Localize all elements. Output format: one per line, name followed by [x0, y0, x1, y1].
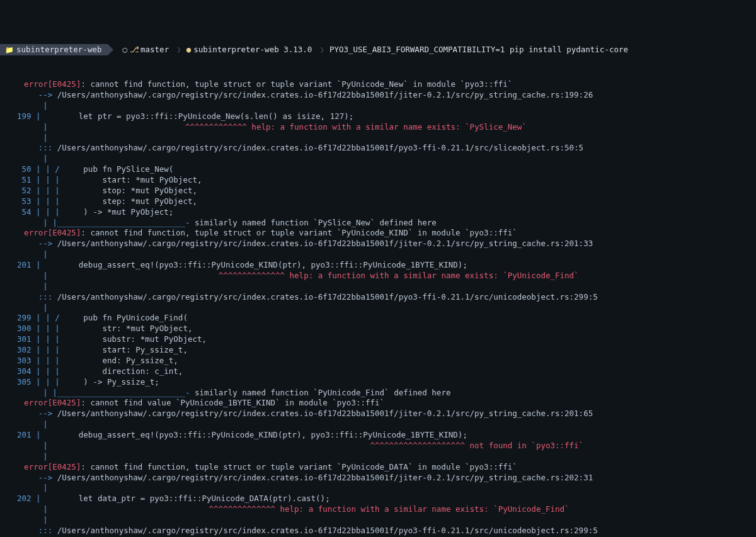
line-number: 51 — [10, 175, 32, 186]
output-line: error[E0425]: cannot find function, tupl… — [5, 462, 756, 473]
prompt-python-segment: ●subinterpreter-web 3.13.0 — [183, 44, 319, 56]
output-line: | — [5, 101, 756, 111]
caret-help: ^^^^^^^^^^^^^ help: a function with a si… — [48, 122, 527, 132]
line-number: 301 — [10, 334, 32, 345]
line-number: 52 — [10, 186, 32, 196]
output-line: 299 | | / pub fn PyUnicode_Find( — [5, 313, 756, 324]
prompt-dir-segment: subinterpreter-web — [0, 44, 108, 56]
error-code: error[E0425] — [24, 79, 81, 89]
error-message: : cannot find function, tuple struct or … — [81, 228, 517, 237]
output-line: 201 | debug_assert_eq!(pyo3::ffi::PyUnic… — [5, 430, 756, 441]
output-line: | — [5, 515, 756, 526]
note-source: /Users/anthonyshaw/.cargo/registry/src/i… — [57, 526, 598, 535]
error-message: : cannot find value `PyUnicode_1BYTE_KIN… — [81, 398, 384, 407]
terminal-output[interactable]: error[E0425]: cannot find function, tupl… — [0, 79, 756, 537]
caret-help: ^^^^^^^^^^^^^^^^^^^^ not found in `pyo3:… — [48, 441, 583, 450]
output-line: | — [5, 249, 756, 260]
output-line: 305 | | | ) -> Py_ssize_t; — [5, 377, 756, 388]
output-line: | — [5, 483, 756, 494]
note-marker: ::: — [38, 526, 57, 535]
output-line: | — [5, 154, 756, 164]
code-def: stop: *mut PyObject, — [60, 186, 197, 195]
output-line: --> /Users/anthonyshaw/.cargo/registry/s… — [5, 409, 756, 419]
error-source: /Users/anthonyshaw/.cargo/registry/src/i… — [57, 473, 593, 482]
shell-prompt[interactable]: subinterpreter-web ◯⎇master❯ ●subinterpr… — [0, 43, 756, 59]
prompt-venv: subinterpreter-web 3.13.0 — [193, 45, 312, 55]
code-def: step: *mut PyObject, — [60, 196, 197, 206]
line-number: 303 — [10, 356, 32, 366]
output-line: | ^^^^^^^^^^^^^^ help: a function with a… — [5, 271, 756, 281]
line-number: 53 — [10, 196, 32, 207]
code-def: substr: *mut PyObject, — [60, 334, 207, 344]
output-line: 199 | let ptr = pyo3::ffi::PyUnicode_New… — [5, 111, 756, 122]
output-line: | ^^^^^^^^^^^^^^ help: a function with a… — [5, 504, 756, 515]
note-source: /Users/anthonyshaw/.cargo/registry/src/i… — [57, 143, 583, 152]
output-line: --> /Users/anthonyshaw/.cargo/registry/s… — [5, 239, 756, 249]
output-line: error[E0425]: cannot find function, tupl… — [5, 228, 756, 239]
prompt-dir: subinterpreter-web — [16, 45, 101, 55]
arrow-icon: --> — [38, 90, 57, 99]
line-number: 305 — [10, 377, 32, 388]
output-line: ::: /Users/anthonyshaw/.cargo/registry/s… — [5, 143, 756, 154]
error-code: error[E0425] — [24, 398, 81, 407]
branch-icon: ⎇ — [130, 45, 139, 55]
caret-help: ^^^^^^^^^^^^^^ help: a function with a s… — [48, 271, 579, 280]
error-source: /Users/anthonyshaw/.cargo/registry/src/i… — [57, 90, 593, 99]
output-line: 201 | debug_assert_eq!(pyo3::ffi::PyUnic… — [5, 260, 756, 271]
underline-icon: |___________________________- — [52, 218, 195, 227]
def-note: similarly named function `PySlice_New` d… — [195, 218, 437, 227]
error-message: : cannot find function, tuple struct or … — [81, 462, 517, 472]
line-number: 201 — [10, 260, 32, 271]
python-icon: ● — [186, 45, 192, 55]
output-line: 51 | | | start: *mut PyObject, — [5, 175, 756, 186]
caret-help: ^^^^^^^^^^^^^^ help: a function with a s… — [48, 504, 570, 514]
error-code: error[E0425] — [24, 462, 81, 472]
code-def: pub fn PySlice_New( — [60, 164, 174, 174]
line-number: 302 — [10, 345, 32, 356]
line-number: 54 — [10, 207, 32, 218]
line-number: 201 — [10, 430, 32, 441]
error-source: /Users/anthonyshaw/.cargo/registry/src/i… — [57, 239, 593, 248]
code-def: direction: c_int, — [60, 366, 183, 376]
code-def: ) -> Py_ssize_t; — [60, 377, 159, 387]
chevron-icon — [108, 44, 113, 55]
output-line: 303 | | | end: Py_ssize_t, — [5, 356, 756, 366]
code-snippet: debug_assert_eq!(pyo3::ffi::PyUnicode_KI… — [41, 260, 467, 269]
code-def: pub fn PyUnicode_Find( — [60, 313, 188, 322]
arrow-icon: --> — [38, 473, 57, 482]
prompt-command: PYO3_USE_ABI3_FORWARD_COMPATIBILITY=1 pi… — [326, 44, 634, 56]
underline-icon: |___________________________- — [52, 388, 195, 397]
note-source: /Users/anthonyshaw/.cargo/registry/src/i… — [57, 292, 598, 302]
output-line: 53 | | | step: *mut PyObject, — [5, 196, 756, 207]
line-number: 300 — [10, 324, 32, 334]
code-snippet: let data_ptr = pyo3::ffi::PyUnicode_DATA… — [41, 494, 330, 503]
arrow-icon: --> — [38, 409, 57, 418]
output-line: 304 | | | direction: c_int, — [5, 366, 756, 377]
line-number: 202 — [10, 494, 32, 504]
line-number: 304 — [10, 366, 32, 377]
github-icon: ◯ — [122, 45, 127, 55]
output-line: 301 | | | substr: *mut PyObject, — [5, 334, 756, 345]
prompt-git-segment: ◯⎇master — [113, 44, 175, 56]
arrow-icon: --> — [38, 239, 57, 248]
output-line: ::: /Users/anthonyshaw/.cargo/registry/s… — [5, 292, 756, 303]
output-line: | — [5, 303, 756, 314]
output-line: error[E0425]: cannot find value `PyUnico… — [5, 398, 756, 409]
output-line: | — [5, 281, 756, 292]
code-def: ) -> *mut PyObject; — [60, 207, 174, 217]
output-line: | — [5, 133, 756, 144]
line-number: 50 — [10, 164, 32, 175]
line-number: 299 — [10, 313, 32, 324]
prompt-branch: master — [140, 45, 169, 55]
chevron-icon: ❯ — [318, 45, 326, 55]
output-line: 302 | | | start: Py_ssize_t, — [5, 345, 756, 356]
output-line: 50 | | / pub fn PySlice_New( — [5, 164, 756, 175]
error-message: : cannot find function, tuple struct or … — [81, 79, 512, 89]
output-line: | |___________________________- similarl… — [5, 388, 756, 399]
output-line: | |___________________________- similarl… — [5, 218, 756, 229]
output-line: 300 | | | str: *mut PyObject, — [5, 324, 756, 334]
output-line: --> /Users/anthonyshaw/.cargo/registry/s… — [5, 473, 756, 483]
folder-icon — [5, 45, 16, 55]
line-number: 199 — [10, 111, 32, 122]
output-line: 202 | let data_ptr = pyo3::ffi::PyUnicod… — [5, 494, 756, 504]
